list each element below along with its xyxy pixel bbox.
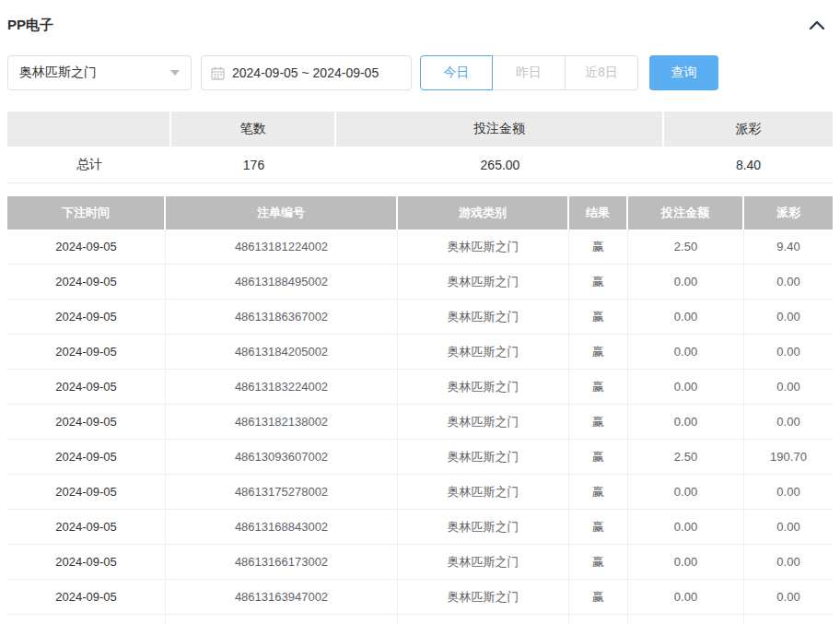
table-cell: 0.00 xyxy=(744,370,833,404)
table-cell xyxy=(7,615,166,624)
table-cell: 0.00 xyxy=(744,580,833,614)
table-cell: 0.00 xyxy=(628,300,744,334)
table-cell: 2.50 xyxy=(628,230,744,264)
table-cell: 赢 xyxy=(569,405,628,439)
table-cell: 48613163947002 xyxy=(166,580,398,614)
table-cell: 2024-09-05 xyxy=(7,265,166,299)
table-row: 2024-09-0548613182138002奥林匹斯之门赢0.000.00 xyxy=(7,405,833,440)
table-cell: 赢 xyxy=(569,370,628,404)
summary-total-row: 总计 176 265.00 8.40 xyxy=(7,147,833,183)
table-row: 2024-09-0548613163947002奥林匹斯之门赢0.000.00 xyxy=(7,580,833,615)
pp-electronic-panel: PP电子 奥林匹斯之门 xyxy=(0,13,840,624)
table-cell: 2024-09-05 xyxy=(7,405,166,439)
table-cell: 48613181224002 xyxy=(166,230,398,264)
page-title: PP电子 xyxy=(7,17,53,34)
table-cell: 48613093607002 xyxy=(166,440,398,474)
table-cell xyxy=(166,615,398,624)
table-cell: 48613186367002 xyxy=(166,300,398,334)
table-row: 2024-09-0548613188495002奥林匹斯之门赢0.000.00 xyxy=(7,265,833,300)
search-button[interactable]: 查询 xyxy=(649,55,718,90)
today-button[interactable]: 今日 xyxy=(420,55,493,90)
table-cell: 奥林匹斯之门 xyxy=(398,335,569,369)
table-cell: 2024-09-05 xyxy=(7,545,166,579)
table-cell: 赢 xyxy=(569,545,628,579)
game-select-value: 奥林匹斯之门 xyxy=(19,65,97,81)
table-cell: 2024-09-05 xyxy=(7,440,166,474)
bet-records-table-body: 2024-09-0548613181224002奥林匹斯之门赢2.509.402… xyxy=(7,230,833,624)
header-payout: 派彩 xyxy=(744,196,833,230)
table-cell: 奥林匹斯之门 xyxy=(398,300,569,334)
bet-records-table: 下注时间 注单编号 游戏类别 结果 投注金额 派彩 2024-09-054861… xyxy=(7,196,833,624)
quick-date-button-group: 今日 昨日 近8日 xyxy=(420,55,638,90)
panel-header: PP电子 xyxy=(7,13,833,37)
table-cell: 0.00 xyxy=(628,335,744,369)
summary-header-blank xyxy=(7,112,171,147)
game-select[interactable]: 奥林匹斯之门 xyxy=(7,55,192,90)
table-cell: 0.00 xyxy=(628,405,744,439)
summary-total-count: 176 xyxy=(171,147,336,182)
table-cell: 0.00 xyxy=(628,370,744,404)
summary-total-label: 总计 xyxy=(7,147,171,182)
table-cell: 赢 xyxy=(569,475,628,509)
table-cell: 赢 xyxy=(569,335,628,369)
table-row: 2024-09-0548613175278002奥林匹斯之门赢0.000.00 xyxy=(7,475,833,510)
table-cell: 2024-09-05 xyxy=(7,510,166,544)
table-cell: 2024-09-05 xyxy=(7,370,166,404)
table-cell: 48613182138002 xyxy=(166,405,398,439)
table-row: 2024-09-0548613184205002奥林匹斯之门赢0.000.00 xyxy=(7,335,833,370)
table-cell: 赢 xyxy=(569,440,628,474)
table-cell: 0.00 xyxy=(744,265,833,299)
table-cell: 2024-09-05 xyxy=(7,230,166,264)
table-row: 2024-09-0548613186367002奥林匹斯之门赢0.000.00 xyxy=(7,300,833,335)
yesterday-button[interactable]: 昨日 xyxy=(493,55,566,90)
table-cell: 2024-09-05 xyxy=(7,335,166,369)
table-cell: 0.00 xyxy=(744,335,833,369)
table-cell xyxy=(628,615,744,624)
table-cell: 0.00 xyxy=(744,475,833,509)
table-cell: 奥林匹斯之门 xyxy=(398,475,569,509)
table-cell: 48613183224002 xyxy=(166,370,398,404)
header-game-category: 游戏类别 xyxy=(398,196,569,230)
summary-total-payout: 8.40 xyxy=(664,147,833,182)
table-cell: 0.00 xyxy=(744,545,833,579)
table-cell: 9.40 xyxy=(744,230,833,264)
table-cell: 2024-09-05 xyxy=(7,580,166,614)
calendar-icon xyxy=(211,66,225,80)
table-cell: 奥林匹斯之门 xyxy=(398,405,569,439)
table-row: 2024-09-0548613093607002奥林匹斯之门赢2.50190.7… xyxy=(7,440,833,475)
table-cell: 0.00 xyxy=(628,545,744,579)
filter-bar: 奥林匹斯之门 2024-09-05 ~ 2024-09-05 xyxy=(7,55,833,90)
table-cell: 奥林匹斯之门 xyxy=(398,230,569,264)
summary-total-bet-amount: 265.00 xyxy=(336,147,664,182)
table-cell: 赢 xyxy=(569,580,628,614)
table-cell: 190.70 xyxy=(744,440,833,474)
header-result: 结果 xyxy=(569,196,628,230)
table-cell: 0.00 xyxy=(628,580,744,614)
table-cell: 2024-09-05 xyxy=(7,475,166,509)
table-cell: 48613166173002 xyxy=(166,545,398,579)
table-cell: 奥林匹斯之门 xyxy=(398,265,569,299)
table-cell: 48613188495002 xyxy=(166,265,398,299)
table-cell: 48613184205002 xyxy=(166,335,398,369)
table-row: 2024-09-0548613181224002奥林匹斯之门赢2.509.40 xyxy=(7,230,833,265)
chevron-down-icon xyxy=(170,70,180,76)
last-8-days-button[interactable]: 近8日 xyxy=(566,55,638,90)
table-cell: 奥林匹斯之门 xyxy=(398,545,569,579)
table-cell: 2024-09-05 xyxy=(7,300,166,334)
table-cell xyxy=(398,615,569,624)
table-cell: 48613168843002 xyxy=(166,510,398,544)
header-bet-id: 注单编号 xyxy=(166,196,398,230)
table-row: 2024-09-0548613166173002奥林匹斯之门赢0.000.00 xyxy=(7,545,833,580)
table-cell: 0.00 xyxy=(628,265,744,299)
table-row: 2024-09-0548613168843002奥林匹斯之门赢0.000.00 xyxy=(7,510,833,545)
table-cell: 0.00 xyxy=(628,510,744,544)
summary-table: 笔数 投注金额 派彩 总计 176 265.00 8.40 xyxy=(7,112,833,183)
table-cell: 48613175278002 xyxy=(166,475,398,509)
table-cell: 0.00 xyxy=(744,300,833,334)
collapse-panel-button[interactable] xyxy=(807,18,827,32)
date-range-input[interactable]: 2024-09-05 ~ 2024-09-05 xyxy=(201,55,412,90)
table-row: 2024-09-0548613183224002奥林匹斯之门赢0.000.00 xyxy=(7,370,833,405)
table-cell: 赢 xyxy=(569,230,628,264)
table-cell: 0.00 xyxy=(628,475,744,509)
summary-header-payout: 派彩 xyxy=(664,112,833,147)
